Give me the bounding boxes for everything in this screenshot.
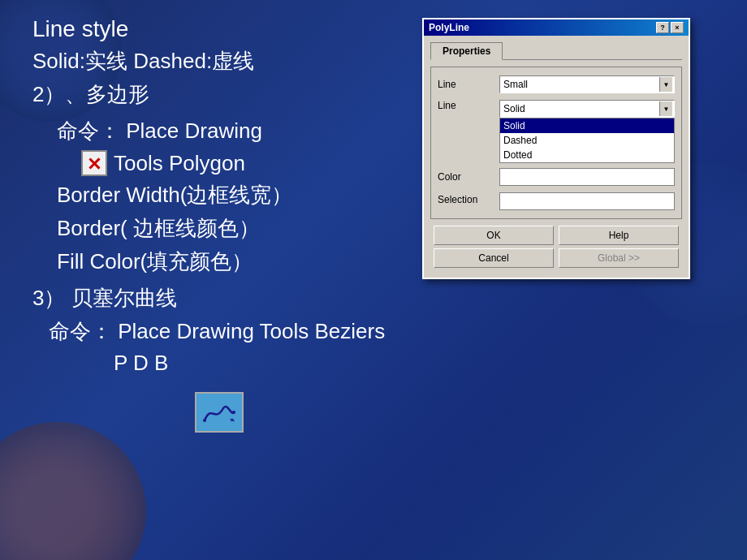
line-style-value: Solid bbox=[502, 103, 525, 114]
polygon-icon bbox=[81, 150, 107, 176]
bezier-icon bbox=[195, 392, 244, 433]
polyline-dialog: PolyLine ? × Properties Line Small ▼ Lin… bbox=[422, 18, 690, 279]
line-size-value: Small bbox=[502, 79, 528, 90]
line-style-row: Line Solid ▼ Solid Dashed Dotted bbox=[438, 100, 675, 118]
help-button[interactable]: Help bbox=[559, 226, 679, 245]
line-style-arrow[interactable]: ▼ bbox=[659, 101, 672, 116]
selection-label: Selection bbox=[438, 192, 494, 205]
line-style-label: Line bbox=[438, 100, 494, 111]
line-size-select[interactable]: Small ▼ bbox=[499, 75, 675, 93]
bezier-section-header: 3） 贝塞尔曲线 bbox=[32, 284, 715, 312]
dropdown-item-dashed[interactable]: Dashed bbox=[500, 133, 674, 148]
dialog-titlebar: PolyLine ? × bbox=[424, 19, 689, 36]
color-label: Color bbox=[438, 171, 494, 183]
line-size-row: Line Small ▼ bbox=[438, 75, 675, 93]
properties-panel: Line Small ▼ Line Solid ▼ Solid bbox=[430, 67, 682, 219]
color-row: Color bbox=[438, 168, 675, 186]
svg-point-1 bbox=[232, 411, 235, 414]
dialog-buttons-row2: Cancel Global >> bbox=[430, 248, 682, 271]
global-button[interactable]: Global >> bbox=[559, 248, 679, 268]
selection-row: Selection bbox=[438, 192, 675, 210]
line-style-dropdown[interactable]: Solid Dashed Dotted bbox=[499, 118, 675, 163]
dropdown-item-solid[interactable]: Solid bbox=[500, 118, 674, 133]
selection-value[interactable] bbox=[499, 192, 675, 210]
dialog-close-button[interactable]: × bbox=[671, 22, 684, 33]
line-size-arrow[interactable]: ▼ bbox=[659, 77, 672, 92]
dialog-titlebar-buttons: ? × bbox=[656, 22, 684, 33]
dialog-help-button[interactable]: ? bbox=[656, 22, 669, 33]
line-style-dropdown-container: Solid ▼ Solid Dashed Dotted bbox=[499, 100, 675, 118]
bezier-cmd: 命令： Place Drawing Tools Beziers bbox=[32, 317, 715, 346]
bezier-cmd-sub: P D B bbox=[32, 351, 715, 376]
dialog-body: Properties Line Small ▼ Line Solid ▼ bbox=[424, 36, 689, 278]
dialog-title: PolyLine bbox=[429, 22, 469, 33]
dropdown-item-dotted[interactable]: Dotted bbox=[500, 148, 674, 162]
svg-point-0 bbox=[203, 419, 206, 422]
properties-tab[interactable]: Properties bbox=[430, 42, 503, 60]
ok-button[interactable]: OK bbox=[434, 226, 554, 245]
dialog-tab-bar: Properties bbox=[430, 42, 682, 60]
line-size-label: Line bbox=[438, 79, 494, 90]
color-swatch[interactable] bbox=[499, 168, 675, 186]
cancel-button[interactable]: Cancel bbox=[434, 248, 554, 268]
line-style-select[interactable]: Solid ▼ bbox=[499, 100, 675, 118]
dialog-buttons: OK Help bbox=[430, 226, 682, 248]
